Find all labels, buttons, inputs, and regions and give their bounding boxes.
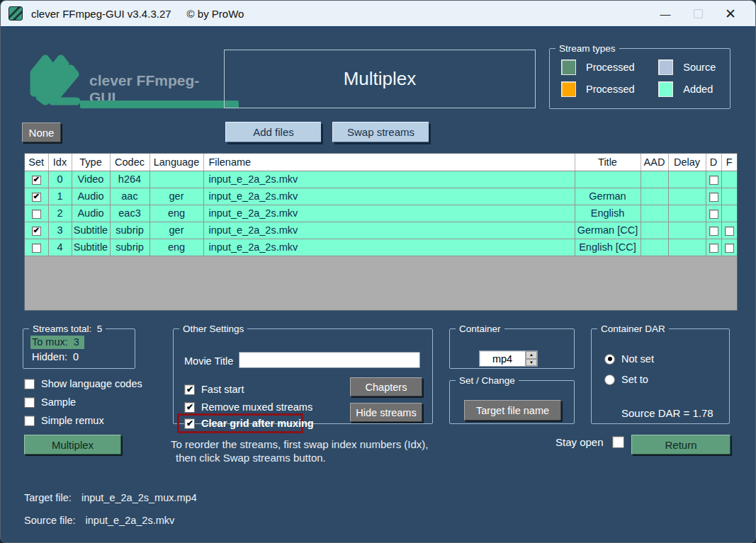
other-settings-group: Other Settings Movie Title Fast start Re…	[173, 324, 433, 424]
idx-cell: 3	[48, 222, 72, 239]
column-header[interactable]: Codec	[110, 154, 149, 171]
multiplex-button[interactable]: Multiplex	[24, 435, 121, 455]
default-checkbox[interactable]	[709, 176, 718, 185]
app-logo-icon	[9, 6, 23, 21]
container-spinner: mp4 ▲ ▼	[479, 350, 538, 367]
set-checkbox[interactable]	[32, 193, 41, 202]
show-language-codes-label: Show language codes	[41, 378, 142, 389]
column-header[interactable]: Type	[72, 154, 110, 171]
set-to-option: Set to	[604, 374, 648, 385]
set-to-radio[interactable]	[604, 375, 615, 385]
stream-types-group: Stream types ProcessedSourceProcessedAdd…	[549, 43, 730, 109]
not-set-radio[interactable]	[604, 354, 615, 365]
container-spin-up-icon[interactable]: ▲	[526, 351, 537, 359]
app-logo: clever FFmpeg-GUI	[24, 49, 219, 111]
container-value[interactable]: mp4	[480, 351, 525, 366]
clear-grid-option: Clear grid after muxing	[184, 418, 314, 429]
streams-total-group: Streams total: 5 To mux: 3 Hidden: 0	[23, 324, 135, 369]
reorder-hint: To reorder the streams, first swap index…	[171, 438, 428, 464]
target-file-label: Target file:	[24, 492, 72, 503]
table-row[interactable]: 0Videoh264input_e_2a_2s.mkv	[25, 171, 737, 188]
remove-muxed-streams-checkbox[interactable]	[184, 402, 195, 413]
sample-label: Sample	[41, 396, 76, 408]
forced-checkbox[interactable]	[725, 227, 734, 236]
language-cell: eng	[149, 205, 203, 222]
sample-checkbox[interactable]	[24, 397, 35, 408]
column-header[interactable]: D	[706, 154, 721, 171]
chapters-button[interactable]: Chapters	[350, 377, 422, 396]
container-spin-down-icon[interactable]: ▼	[526, 359, 537, 367]
codec-cell: aac	[110, 188, 149, 205]
clear-grid-checkbox[interactable]	[184, 418, 195, 429]
column-header[interactable]: Title	[575, 154, 641, 171]
column-header[interactable]: Idx	[48, 154, 72, 171]
set-checkbox[interactable]	[32, 244, 41, 253]
page-header: Multiplex	[224, 50, 536, 108]
stream-types-title: Stream types	[555, 43, 619, 54]
column-header[interactable]: Language	[149, 154, 203, 171]
source-file-line: Source file:input_e_2a_2s.mkv	[24, 515, 174, 526]
table-row[interactable]: 2Audioeac3enginput_e_2a_2s.mkvEnglish	[25, 205, 737, 222]
hidden-count: Hidden: 0	[30, 351, 135, 362]
default-checkbox[interactable]	[709, 244, 718, 253]
none-button[interactable]: None	[22, 122, 61, 142]
column-header[interactable]: AAD	[641, 154, 668, 171]
title-cell: English [CC]	[575, 239, 641, 256]
simple-remux-label: Simple remux	[41, 415, 104, 426]
to-mux-badge: To mux: 3	[30, 336, 84, 349]
column-header[interactable]: F	[721, 154, 737, 171]
target-file-line: Target file:input_e_2a_2s_mux.mp4	[24, 492, 197, 503]
language-cell: ger	[149, 188, 203, 205]
streams-grid: SetIdxTypeCodecLanguageFilenameTitleAADD…	[24, 153, 738, 311]
type-cell: Subtitle	[72, 239, 110, 256]
set-checkbox[interactable]	[32, 227, 41, 236]
filename-cell: input_e_2a_2s.mkv	[203, 239, 575, 256]
table-row[interactable]: 3Subtitlesubripgerinput_e_2a_2s.mkvGerma…	[25, 222, 737, 239]
clear-grid-label: Clear grid after muxing	[201, 418, 314, 429]
forced-checkbox[interactable]	[725, 244, 734, 253]
title-cell	[575, 171, 641, 188]
maximize-button[interactable]	[682, 0, 714, 27]
set-change-title: Set / Change	[456, 375, 519, 386]
hidden-value: 0	[73, 351, 79, 362]
stream-type-label: Processed	[586, 84, 648, 95]
column-header[interactable]: Delay	[668, 154, 706, 171]
source-dar-text: Source DAR = 1.78	[621, 407, 713, 419]
default-checkbox[interactable]	[709, 210, 718, 219]
table-row[interactable]: 4Subtitlesubripenginput_e_2a_2s.mkvEngli…	[25, 239, 737, 256]
stream-type-label: Source	[683, 62, 730, 73]
column-header[interactable]: Set	[25, 154, 48, 171]
hide-streams-button[interactable]: Hide streams	[350, 403, 422, 422]
streams-total-value: 5	[97, 324, 103, 334]
table-row[interactable]: 1Audioaacgerinput_e_2a_2s.mkvGerman	[25, 188, 737, 205]
default-checkbox[interactable]	[709, 227, 718, 236]
table-header-row: SetIdxTypeCodecLanguageFilenameTitleAADD…	[25, 154, 737, 171]
simple-remux-checkbox[interactable]	[24, 416, 35, 426]
close-button[interactable]: ✕	[714, 0, 747, 27]
simple-remux-option: Simple remux	[24, 415, 104, 426]
set-checkbox[interactable]	[32, 210, 41, 219]
minimize-button[interactable]: —	[649, 0, 682, 27]
title-cell: German	[575, 188, 641, 205]
target-file-name-button[interactable]: Target file name	[464, 400, 561, 421]
set-change-group: Set / Change Target file name	[449, 375, 575, 424]
movie-title-input[interactable]	[239, 352, 420, 368]
fast-start-checkbox[interactable]	[184, 384, 195, 395]
add-files-button[interactable]: Add files	[225, 122, 321, 142]
container-dar-title: Container DAR	[597, 324, 669, 334]
column-header[interactable]: Filename	[203, 154, 575, 171]
return-button[interactable]: Return	[631, 435, 730, 455]
show-language-codes-checkbox[interactable]	[24, 379, 35, 389]
codec-cell: h264	[110, 171, 149, 188]
aad-cell	[641, 171, 668, 188]
title-bar: clever FFmpeg-GUI v3.4.3.27 © by ProWo —…	[1, 1, 755, 28]
default-checkbox[interactable]	[709, 193, 718, 202]
stay-open-checkbox[interactable]	[612, 436, 624, 448]
page-title: Multiplex	[344, 68, 417, 90]
language-cell: ger	[149, 222, 203, 239]
stream-type-label: Added	[683, 84, 730, 95]
window-copyright: © by ProWo	[187, 8, 244, 20]
set-checkbox[interactable]	[32, 176, 41, 185]
swap-streams-button[interactable]: Swap streams	[332, 122, 429, 142]
target-file-value: input_e_2a_2s_mux.mp4	[81, 492, 197, 503]
